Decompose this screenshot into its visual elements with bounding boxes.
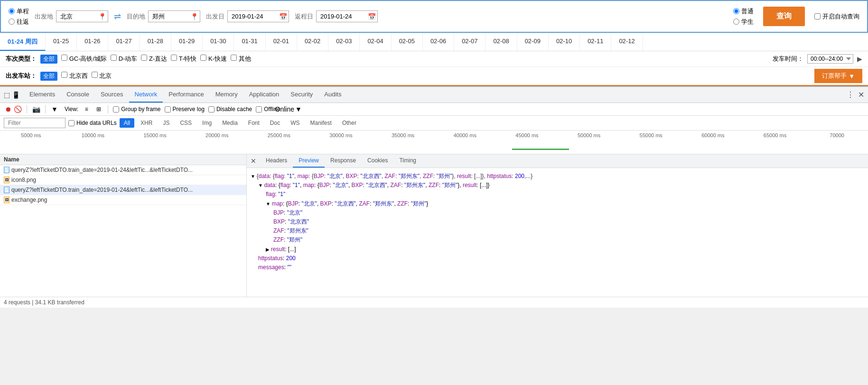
network-row-3[interactable]: 🖼 exchange.png — [0, 195, 246, 205]
type-k[interactable]: K-快速 — [200, 55, 227, 63]
tab-console[interactable]: Console — [61, 87, 95, 103]
type-z[interactable]: Z-直达 — [141, 55, 167, 63]
date-nav-item-10[interactable]: 02-03 — [328, 34, 360, 51]
tab-security[interactable]: Security — [285, 87, 318, 103]
json-data-line[interactable]: data: {flag: "1", map: {BJP: "北京", BXP: … — [251, 181, 864, 190]
preview-tab-cookies[interactable]: Cookies — [362, 154, 393, 168]
filter-tag-media[interactable]: Media — [218, 118, 242, 128]
date-nav-item-14[interactable]: 02-07 — [454, 34, 485, 51]
date-nav-item-5[interactable]: 01-29 — [171, 34, 203, 51]
network-row-0[interactable]: 📄 queryZ?leftTicketDTO.train_date=2019-0… — [0, 165, 246, 175]
tab-audits[interactable]: Audits — [318, 87, 347, 103]
network-row-2[interactable]: 📄 queryZ?leftTicketDTO.train_date=2019-0… — [0, 185, 246, 195]
json-result-line[interactable]: result: [...] — [251, 245, 864, 254]
filter-tag-manifest[interactable]: Manifest — [306, 118, 336, 128]
filter-tag-js[interactable]: JS — [159, 118, 174, 128]
json-root-line[interactable]: {data: {flag: "1", map: {BJP: "北京", BXP:… — [251, 172, 864, 181]
type-t[interactable]: T-特快 — [171, 55, 196, 63]
tab-memory[interactable]: Memory — [210, 87, 243, 103]
view-list-icon[interactable]: ≡ — [82, 105, 91, 113]
date-nav-item-16[interactable]: 02-09 — [517, 34, 549, 51]
date-nav-item-3[interactable]: 01-27 — [108, 34, 140, 51]
group-by-frame-text: Group by frame — [121, 106, 160, 113]
filter-tag-css[interactable]: CSS — [176, 118, 196, 128]
filter-tag-all[interactable]: All — [120, 118, 134, 128]
filter-tag-other[interactable]: Other — [338, 118, 361, 128]
tab-network[interactable]: Network — [129, 87, 163, 103]
disable-cache-label[interactable]: Disable cache — [208, 106, 252, 113]
preview-close-button[interactable]: ✕ — [251, 157, 256, 165]
preview-tab-response[interactable]: Response — [325, 154, 362, 168]
type-other[interactable]: 其他 — [231, 55, 251, 63]
network-list-header: Name — [0, 154, 246, 165]
preserve-log-checkbox[interactable] — [165, 106, 171, 113]
date-nav-item-12[interactable]: 02-05 — [392, 34, 423, 51]
date-nav-item-15[interactable]: 02-08 — [485, 34, 517, 51]
trip-round[interactable]: 往返 — [9, 18, 29, 26]
capture-screenshot-button[interactable]: 📷 — [32, 105, 40, 113]
filter-tag-doc[interactable]: Doc — [266, 118, 284, 128]
device-icon[interactable]: 📱 — [12, 91, 20, 99]
ticket-student[interactable]: 学生 — [733, 18, 754, 26]
date-nav-item-11[interactable]: 02-04 — [360, 34, 391, 51]
type-gc[interactable]: GC-高铁/城际 — [61, 55, 107, 63]
ticket-assist-button[interactable]: 订票帮手 ▼ — [814, 69, 862, 83]
filter-tag-font[interactable]: Font — [244, 118, 264, 128]
date-nav-item-0[interactable]: 01-24 周四 — [0, 34, 46, 51]
group-by-frame-label[interactable]: Group by frame — [113, 106, 160, 113]
filter-tag-ws[interactable]: WS — [286, 118, 304, 128]
time-select[interactable]: 00:00--24:00 — [807, 54, 853, 64]
date-nav-item-8[interactable]: 02-01 — [266, 34, 297, 51]
station-bjx[interactable]: 北京西 — [61, 72, 88, 80]
ticket-normal[interactable]: 普通 — [733, 7, 754, 16]
online-selector[interactable]: Online ▼ — [284, 105, 293, 113]
train-type-all-badge[interactable]: 全部 — [40, 55, 57, 64]
filter-tag-img[interactable]: Img — [198, 118, 216, 128]
offline-checkbox[interactable] — [256, 106, 262, 113]
preserve-log-label[interactable]: Preserve log — [165, 106, 205, 113]
date-nav-item-2[interactable]: 01-26 — [77, 34, 108, 51]
hide-data-urls-checkbox[interactable] — [68, 120, 75, 126]
date-nav-item-7[interactable]: 01-31 — [234, 34, 265, 51]
clear-button[interactable]: 🚫 — [13, 105, 22, 113]
inspect-icon[interactable]: ⬚ — [4, 91, 10, 99]
view-grid-icon[interactable]: ⊞ — [94, 105, 103, 113]
auto-query-label: 开启自动查询 — [822, 12, 859, 21]
type-d[interactable]: D-动车 — [111, 55, 137, 63]
station-bj[interactable]: 北京 — [92, 72, 112, 80]
auto-query-checkbox[interactable] — [814, 13, 821, 19]
swap-icon[interactable]: ⇌ — [114, 11, 121, 22]
preview-tab-timing[interactable]: Timing — [393, 154, 422, 168]
preview-tab-headers[interactable]: Headers — [260, 154, 293, 168]
record-button[interactable]: ⏺ — [4, 105, 12, 113]
station-all-badge[interactable]: 全部 — [40, 72, 57, 81]
date-nav-item-4[interactable]: 01-28 — [140, 34, 171, 51]
date-nav-item-13[interactable]: 02-06 — [423, 34, 454, 51]
date-nav-item-19[interactable]: 02-12 — [611, 34, 643, 51]
group-by-frame-checkbox[interactable] — [113, 106, 119, 113]
network-filter-input[interactable] — [4, 118, 65, 128]
train-type-label: 车次类型： — [6, 55, 37, 63]
date-nav-item-6[interactable]: 01-30 — [203, 34, 234, 51]
preview-tab-preview[interactable]: Preview — [293, 154, 325, 168]
tab-application[interactable]: Application — [243, 87, 285, 103]
date-nav-item-9[interactable]: 02-02 — [297, 34, 328, 51]
network-row-1[interactable]: 🖼 icon8.png — [0, 175, 246, 185]
auto-query-group[interactable]: 开启自动查询 — [814, 12, 859, 21]
filter-button[interactable]: ▼ — [50, 105, 59, 113]
hide-data-urls-label[interactable]: Hide data URLs — [68, 120, 117, 126]
more-options-icon[interactable]: ⋮ — [847, 90, 854, 99]
tab-elements[interactable]: Elements — [24, 87, 61, 103]
date-nav-item-1[interactable]: 01-25 — [46, 34, 77, 51]
disable-cache-checkbox[interactable] — [208, 106, 215, 113]
tab-performance[interactable]: Performance — [163, 87, 209, 103]
json-map-line[interactable]: ➤ map: {BJP: "北京", BXP: "北京西", ZAF: "郑州东… — [251, 199, 864, 208]
filter-tag-xhr[interactable]: XHR — [136, 118, 157, 128]
query-button[interactable]: 查询 — [763, 7, 805, 26]
tab-sources[interactable]: Sources — [95, 87, 129, 103]
date-nav-item-18[interactable]: 02-11 — [580, 34, 611, 51]
scroll-right-icon[interactable]: ▶ — [857, 55, 862, 63]
date-nav-item-17[interactable]: 02-10 — [549, 34, 580, 51]
close-devtools-icon[interactable]: ✕ — [858, 90, 864, 99]
trip-one-way[interactable]: 单程 — [9, 7, 29, 16]
